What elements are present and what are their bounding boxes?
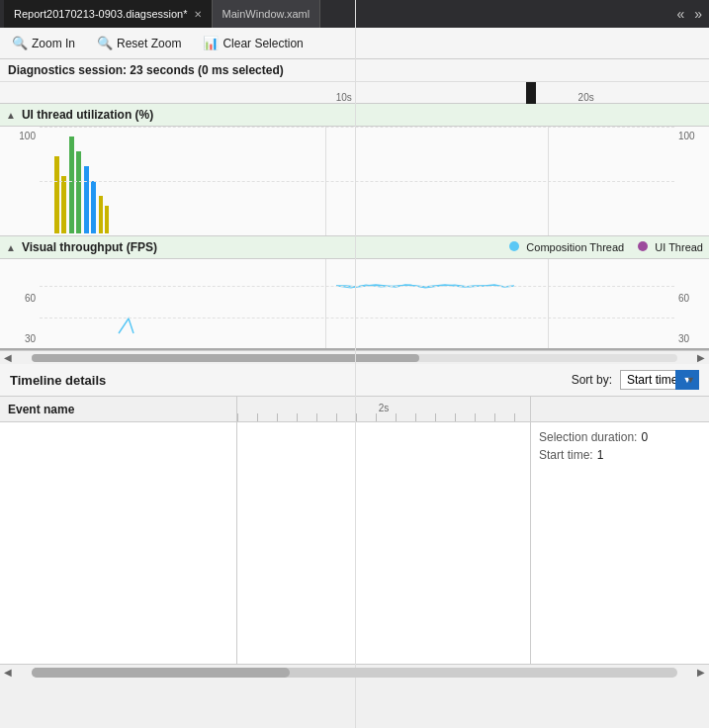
ruler-tick-10s: 10s [336,92,352,103]
bar-green-2 [76,151,81,233]
detail-start-label: Start time: [539,448,593,462]
event-name-col-header: Event name [0,397,236,422]
timeline-col-header: 2s [237,397,530,422]
detail-row-start: Start time: 1 [539,448,701,462]
timeline-center-line [355,397,356,664]
detail-duration-label: Selection duration: [539,430,637,444]
clear-selection-label: Clear Selection [222,37,303,50]
zoom-in-button[interactable]: 🔍 Zoom In [8,34,79,52]
fps-divider-2 [548,259,549,348]
fps-y-right: 60 30 [674,259,709,348]
ruler-tick-20s: 20s [578,92,594,103]
tab-diagsession-label: Report20170213-0903.diagsession* [14,8,188,20]
event-table: Event name 2s Selection duration: 0 Star… [0,397,709,664]
legend-ui-thread: UI Thread [638,241,703,253]
bar-yellow-3 [99,196,103,233]
legend-composition: Composition Thread [509,241,624,253]
ui-thread-y-left: 100 [0,127,40,235]
fps-collapse-icon: ▲ [6,242,16,253]
scrollbar-left-arrow[interactable]: ◀ [0,352,16,363]
detail-duration-value: 0 [641,430,648,444]
event-name-header-label: Event name [8,403,74,416]
ui-thread-plot-area [40,127,674,235]
ruler-ticks-2 [237,413,530,421]
fps-chart-title: Visual throughput (FPS) [22,240,157,254]
details-col-body: Selection duration: 0 Start time: 1 [531,422,709,664]
bottom-scrollbar-right[interactable]: ▶ [693,667,709,678]
fps-grid-30 [40,318,674,318]
fps-grid-60 [40,286,674,287]
divider-1 [325,127,326,235]
timeline-column: 2s [237,397,531,664]
ui-thread-y-right: 100 [674,127,709,235]
ui-thread-chart-title: UI thread utilization (%) [22,108,153,122]
bottom-scrollbar-left[interactable]: ◀ [0,667,16,678]
ui-thread-collapse-icon: ▲ [6,110,16,121]
clear-selection-icon: 📊 [203,36,219,50]
sort-by-select-wrapper[interactable]: Start time Duration Name ▼ [620,370,699,390]
clear-selection-button[interactable]: 📊 Clear Selection [199,34,307,52]
reset-zoom-icon: 🔍 [97,36,113,50]
grid-line-mid [40,181,674,182]
bottom-scrollbar-thumb[interactable] [32,668,290,678]
fps-y-left: 60 30 [0,259,40,348]
ruler-inner: 10s 20s [54,82,709,103]
ruler-marker [526,82,536,104]
tab-diagsession[interactable]: Report20170213-0903.diagsession* ✕ [4,0,213,28]
detail-start-value: 1 [597,448,604,462]
fps-plot-area [40,259,674,348]
scrollbar-thumb[interactable] [32,354,419,362]
legend-composition-dot [509,241,519,251]
zoom-in-icon: 🔍 [12,36,28,50]
ruler-2s-label: 2s [379,403,390,413]
bar-blue-1 [84,166,89,233]
tab-diagsession-close[interactable]: ✕ [194,9,202,20]
divider-2 [548,127,549,235]
nav-forward-arrow[interactable]: » [691,6,705,22]
tab-mainwindow[interactable]: MainWindow.xaml [213,0,321,28]
session-info-text: Diagnostics session: 23 seconds (0 ms se… [8,63,284,77]
bar-yellow-2 [61,176,66,233]
sort-by-label: Sort by: [572,373,612,387]
event-name-col-body [0,422,236,664]
fps-legend: Composition Thread UI Thread [509,241,703,253]
fps-divider-1 [325,259,326,348]
bottom-scrollbar-track[interactable] [32,668,677,678]
legend-composition-label: Composition Thread [526,241,624,253]
details-column: Selection duration: 0 Start time: 1 [531,397,709,664]
legend-ui-thread-dot [638,241,648,251]
fps-line-svg [40,259,674,348]
bar-yellow-4 [105,206,109,233]
zoom-in-label: Zoom In [32,37,75,50]
reset-zoom-button[interactable]: 🔍 Reset Zoom [93,34,185,52]
legend-ui-thread-label: UI Thread [655,241,703,253]
timeline-details-title: Timeline details [10,373,106,388]
grid-line-top [40,127,674,128]
details-col-header [531,397,709,422]
fps-small-bump [119,318,133,333]
timeline-col-body [237,422,530,664]
bar-yellow-1 [54,156,59,233]
scrollbar-right-arrow[interactable]: ▶ [693,352,709,363]
event-name-column: Event name [0,397,237,664]
sort-by-select[interactable]: Start time Duration Name [620,370,699,390]
bar-green-1 [69,136,74,233]
bar-blue-2 [91,181,96,233]
detail-row-duration: Selection duration: 0 [539,430,701,444]
tab-mainwindow-label: MainWindow.xaml [222,8,310,20]
reset-zoom-label: Reset Zoom [117,37,181,50]
nav-back-arrow[interactable]: « [673,6,687,22]
